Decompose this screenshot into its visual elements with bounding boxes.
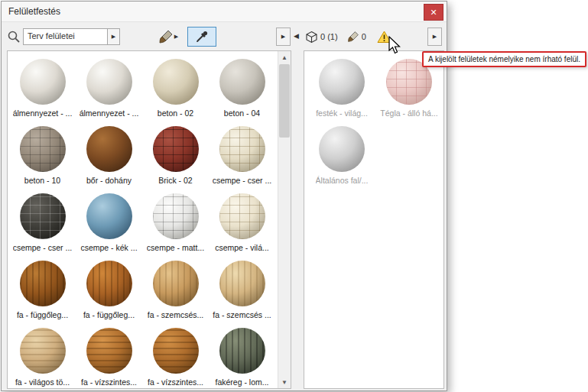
material-tile[interactable]: csempe - cser ...: [9, 187, 76, 254]
material-tile[interactable]: Általános fal/...: [308, 120, 375, 187]
material-label: fakéreg - lom...: [215, 377, 268, 387]
material-tile[interactable]: beton - 04: [209, 53, 275, 120]
combo-flyout-button[interactable]: ▶: [108, 28, 120, 45]
material-tile[interactable]: bőr - dohány: [76, 120, 142, 187]
warning-tooltip: A kijelölt felületek némelyike nem írhat…: [422, 51, 586, 67]
material-label: fa - világos tö...: [15, 377, 70, 387]
toolbar: Terv felületei ▶ ▶: [7, 27, 291, 47]
material-sphere: [153, 328, 199, 374]
material-label: beton - 10: [24, 176, 60, 185]
material-tile[interactable]: fa - szemcsés...: [142, 254, 209, 322]
material-sphere: [219, 261, 265, 306]
material-label: fa - vízszintes...: [148, 377, 203, 387]
material-tile[interactable]: beton - 02: [142, 53, 209, 120]
material-label: festék - világ...: [316, 109, 368, 118]
cube-icon: [305, 31, 318, 44]
close-button[interactable]: ✕: [424, 4, 443, 21]
material-label: Tégla - álló há...: [380, 109, 437, 118]
material-label: fa - függőleg...: [83, 310, 135, 319]
materials-list: álmennyezet - ...álmennyezet - ...beton …: [7, 50, 291, 389]
material-tile[interactable]: álmennyezet - ...: [9, 53, 76, 120]
material-tile[interactable]: fakéreg - lom...: [209, 322, 275, 389]
material-label: álmennyezet - ...: [13, 109, 73, 118]
material-tile[interactable]: csempe - kék ...: [76, 187, 142, 254]
right-arrow-icon: ▶: [433, 34, 437, 40]
material-sphere: [20, 328, 66, 374]
material-sphere: [20, 126, 66, 172]
paint-count: 0: [362, 32, 366, 41]
material-tile[interactable]: fa - vízszintes...: [142, 322, 209, 389]
right-arrow-icon: ▶: [112, 34, 115, 40]
material-tile[interactable]: fa - világos tö...: [9, 322, 76, 389]
collapse-panel-arrow-icon[interactable]: ◀: [294, 32, 299, 40]
brush-dropdown-arrow-icon[interactable]: ▶: [174, 34, 178, 40]
close-icon: ✕: [430, 8, 437, 18]
materials-scrollbar[interactable]: ▲ ▼: [278, 51, 291, 388]
right-arrow-icon: ▶: [281, 34, 285, 40]
material-tile[interactable]: beton - 10: [9, 120, 76, 187]
material-sphere: [20, 59, 66, 105]
material-tile[interactable]: Brick - 02: [142, 120, 209, 187]
selection-header: 0 (1) 0 ▶: [305, 27, 442, 47]
material-label: fa - vízszintes...: [81, 377, 137, 387]
scroll-up-button[interactable]: ▲: [278, 51, 291, 63]
material-sphere: [86, 261, 132, 306]
material-label: csempe - cser ...: [213, 176, 272, 185]
material-label: fa - szemcsés ...: [213, 310, 271, 319]
scroll-down-button[interactable]: ▼: [278, 376, 291, 388]
selected-surfaces-grid: festék - világ...Tégla - álló há...Által…: [308, 53, 443, 187]
material-sphere: [219, 193, 265, 239]
material-tile[interactable]: festék - világ...: [308, 53, 375, 120]
material-tile[interactable]: fa - függőleg...: [76, 254, 142, 322]
material-sphere: [86, 126, 132, 172]
material-label: bőr - dohány: [86, 176, 132, 185]
materials-grid: álmennyezet - ...álmennyezet - ...beton …: [9, 53, 275, 389]
material-sphere: [86, 193, 132, 239]
material-label: fa - függőleg...: [17, 310, 68, 319]
window-title: Felületfestés: [8, 6, 60, 17]
screen: Felületfestés ✕ Terv felületei ▶ ▶: [0, 0, 588, 392]
material-sphere: [153, 193, 199, 239]
material-tile[interactable]: csempe - vilá...: [209, 187, 275, 254]
material-label: Általános fal/...: [316, 176, 369, 185]
scrollbar-thumb[interactable]: [279, 64, 290, 138]
material-label: csempe - vilá...: [215, 243, 269, 252]
material-sphere: [153, 126, 199, 172]
material-label: álmennyezet - ...: [80, 109, 139, 118]
material-label: beton - 02: [158, 109, 193, 118]
selected-surfaces-list: festék - világ...Tégla - álló há...Által…: [304, 50, 444, 389]
material-tile[interactable]: álmennyezet - ...: [76, 53, 142, 120]
material-label: Brick - 02: [158, 176, 192, 185]
material-sphere: [219, 328, 265, 374]
material-sphere: [219, 59, 265, 105]
material-sphere: [153, 261, 199, 306]
material-label: csempe - kék ...: [80, 243, 137, 252]
title-bar[interactable]: Felületfestés: [2, 2, 447, 22]
material-label: beton - 04: [224, 109, 260, 118]
mouse-cursor: [388, 36, 402, 56]
material-tile[interactable]: fa - szemcsés ...: [209, 254, 275, 322]
brush-count-icon: [347, 31, 359, 43]
material-sphere: [86, 328, 132, 374]
material-sphere: [319, 59, 365, 105]
surface-filter-value[interactable]: Terv felületei: [23, 28, 108, 45]
surface-filter-combo[interactable]: Terv felületei ▶: [23, 28, 120, 45]
right-panel-flyout-button[interactable]: ▶: [427, 28, 442, 46]
search-icon: [7, 30, 21, 44]
paint-brush-icon: [158, 29, 174, 44]
material-sphere: [219, 126, 265, 172]
material-tile[interactable]: fa - vízszintes...: [76, 322, 142, 389]
paint-brush-button[interactable]: ▶: [157, 28, 180, 46]
material-tile[interactable]: fa - függőleg...: [9, 254, 76, 322]
material-sphere: [153, 59, 199, 105]
surface-paint-dialog: Felületfestés ✕ Terv felületei ▶ ▶: [1, 1, 447, 391]
material-label: csempe - cser ...: [13, 243, 73, 252]
material-tile[interactable]: csempe - matt...: [142, 187, 209, 254]
eyedropper-icon: [194, 29, 210, 44]
left-panel-flyout-button[interactable]: ▶: [276, 28, 291, 46]
surface-count: 0 (1): [320, 32, 338, 41]
material-label: fa - szemcsés...: [148, 310, 204, 319]
material-sphere: [20, 261, 66, 306]
eyedropper-button[interactable]: [187, 27, 216, 47]
material-tile[interactable]: csempe - cser ...: [209, 120, 275, 187]
